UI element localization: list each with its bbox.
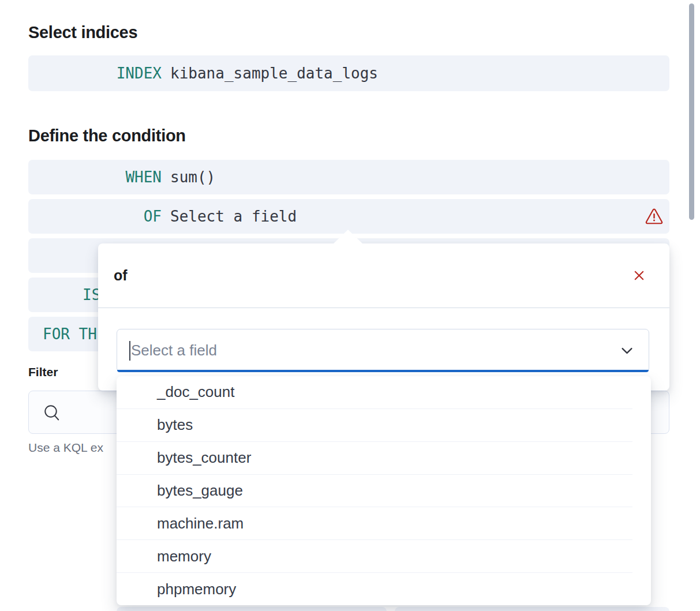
expression-value: sum() xyxy=(170,168,215,186)
chevron-down-icon[interactable] xyxy=(619,343,635,358)
index-expression-button[interactable]: INDEX kibana_sample_data_logs xyxy=(28,55,669,91)
scrollbar-thumb[interactable] xyxy=(689,3,694,220)
text-cursor xyxy=(129,341,130,361)
filter-label: Filter xyxy=(28,365,58,379)
select-indices-title: Select indices xyxy=(28,23,137,42)
alert-triangle-icon xyxy=(645,208,663,225)
filter-help-text: Use a KQL ex xyxy=(28,441,103,455)
condition-expression-button[interactable]: WHEN sum() xyxy=(28,160,669,194)
define-condition-title: Define the condition xyxy=(28,126,186,145)
background-expression-stub xyxy=(395,607,669,611)
background-expression-stub xyxy=(117,607,387,611)
popover-arrow xyxy=(334,230,362,243)
field-option[interactable]: phpmemory xyxy=(117,573,632,605)
field-option[interactable]: _doc_count xyxy=(117,376,632,409)
expression-keyword: WHEN xyxy=(28,168,162,186)
index-value: kibana_sample_data_logs xyxy=(170,65,378,82)
expression-keyword: OF xyxy=(28,208,162,225)
field-combobox-placeholder: Select a field xyxy=(131,342,217,359)
field-option[interactable]: machine.ram xyxy=(117,507,632,540)
field-option[interactable]: bytes xyxy=(117,409,632,442)
condition-expression-button[interactable]: OF Select a field xyxy=(28,199,669,234)
expression-value: Select a field xyxy=(170,208,297,225)
magnifier-icon xyxy=(43,403,61,422)
popover-header: of xyxy=(98,243,669,308)
x-icon xyxy=(632,268,646,283)
of-popover: of Select a field xyxy=(98,243,669,391)
popover-title: of xyxy=(114,267,128,284)
index-keyword: INDEX xyxy=(28,65,162,82)
field-option[interactable]: bytes_gauge xyxy=(117,475,632,508)
expression-keyword: FOR TH xyxy=(43,325,97,343)
field-option[interactable]: memory xyxy=(117,540,632,573)
rule-condition-page: Select indices INDEX kibana_sample_data_… xyxy=(0,0,700,611)
field-combobox[interactable]: Select a field xyxy=(117,329,649,372)
field-options-listbox: _doc_count bytes bytes_counter bytes_gau… xyxy=(117,376,651,605)
close-popover-button[interactable] xyxy=(632,268,646,283)
field-option[interactable]: bytes_counter xyxy=(117,442,632,475)
